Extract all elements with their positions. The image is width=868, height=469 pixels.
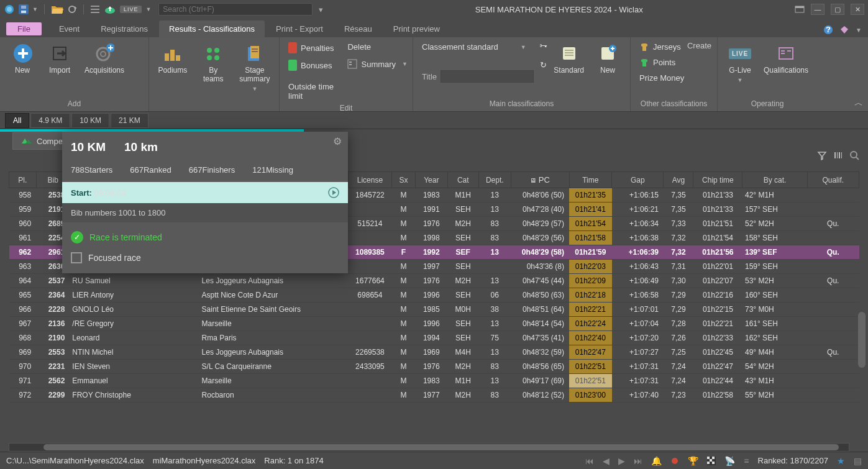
- play-icon[interactable]: [328, 187, 339, 198]
- table-row[interactable]: 9682190LeonardRma ParisM1994SEH750h47'35…: [9, 331, 859, 345]
- table-row[interactable]: 9702231IEN StevenS/L Ca Carqueiranne2433…: [9, 360, 859, 374]
- star-icon[interactable]: ★: [837, 456, 845, 466]
- red-dot-icon[interactable]: [670, 457, 679, 465]
- trophy-icon[interactable]: 🏆: [688, 456, 698, 466]
- live-badge[interactable]: LIVE: [120, 6, 142, 13]
- tab-reseau[interactable]: Réseau: [334, 20, 382, 37]
- standard-button[interactable]: Standard: [550, 41, 588, 77]
- filter-icon[interactable]: [817, 150, 827, 160]
- prev-all-icon[interactable]: ⏮: [585, 456, 594, 466]
- col-year[interactable]: Year: [415, 172, 447, 188]
- cloud-upload-icon[interactable]: [104, 4, 116, 14]
- col-bycat[interactable]: By cat.: [742, 172, 807, 188]
- svg-rect-43: [834, 152, 836, 158]
- svg-rect-35: [565, 52, 573, 53]
- col-time[interactable]: Time: [569, 172, 612, 188]
- search-input[interactable]: [158, 3, 313, 16]
- next-all-icon[interactable]: ⏭: [634, 456, 642, 466]
- antenna-icon[interactable]: 📡: [724, 456, 735, 466]
- qualifications-button[interactable]: Qualifications: [761, 41, 811, 77]
- new-classification-button[interactable]: New: [592, 41, 624, 77]
- focused-race-checkbox[interactable]: [71, 252, 82, 263]
- col-pl[interactable]: Pl.: [9, 172, 37, 188]
- bell-icon[interactable]: 🔔: [651, 456, 662, 466]
- outside-time-button[interactable]: Outside time limit: [286, 81, 336, 102]
- search-icon[interactable]: [849, 150, 859, 160]
- tab-registrations[interactable]: Registrations: [91, 20, 158, 37]
- glive-button[interactable]: LIVE G-Live ▼: [724, 41, 756, 86]
- gear-icon[interactable]: ⚙: [333, 135, 342, 147]
- maximize-button[interactable]: ▢: [831, 4, 844, 15]
- new-button[interactable]: New: [6, 41, 39, 77]
- minimize-button[interactable]: —: [811, 4, 825, 15]
- distance-10[interactable]: 10 KM: [71, 113, 109, 128]
- refresh-icon[interactable]: [67, 4, 77, 14]
- penalties-button[interactable]: Penalties: [286, 41, 336, 55]
- table-row[interactable]: 9722299FROY ChristopheRocbaronM1977M2H83…: [9, 388, 859, 403]
- help-icon[interactable]: ?: [823, 25, 833, 35]
- folder-open-icon[interactable]: [51, 4, 63, 14]
- chevron-down-icon[interactable]: ▼: [856, 27, 862, 34]
- lock-icon[interactable]: 🗝: [539, 41, 547, 50]
- summary-button[interactable]: Summary▼: [345, 58, 410, 70]
- start-time-row[interactable]: Start: 09:00:03: [62, 182, 348, 203]
- table-row[interactable]: 9672136/RE GregoryMarseilleM1996SEH130h4…: [9, 317, 859, 331]
- status-more-icon[interactable]: ▤: [854, 456, 862, 466]
- bonuses-button[interactable]: Bonuses: [286, 58, 336, 72]
- title-input[interactable]: [441, 70, 534, 83]
- table-row[interactable]: 9642537RU SamuelLes Joggeurs Aubagnais16…: [9, 274, 859, 288]
- col-avg[interactable]: Avg: [664, 172, 693, 188]
- close-button[interactable]: ✕: [851, 4, 864, 15]
- col-dept[interactable]: Dept.: [478, 172, 511, 188]
- tab-event[interactable]: Event: [49, 20, 89, 37]
- svg-rect-44: [837, 152, 838, 158]
- prev-icon[interactable]: ◀: [603, 456, 610, 466]
- tab-print-export[interactable]: Print - Export: [266, 20, 333, 37]
- starters-count: 788: [71, 165, 85, 175]
- podiums-button[interactable]: Podiums: [155, 41, 190, 77]
- next-icon[interactable]: ▶: [618, 456, 625, 466]
- col-sx[interactable]: Sx: [392, 172, 415, 188]
- refresh-icon[interactable]: ↻: [540, 60, 547, 70]
- ribbon-toggle-icon[interactable]: [795, 6, 805, 13]
- table-row[interactable]: 9692553NTIN MichelLes Joggeurs Aubagnais…: [9, 345, 859, 360]
- tab-print-preview[interactable]: Print preview: [383, 20, 450, 37]
- create-button[interactable]: Create: [687, 41, 711, 53]
- col-pc[interactable]: 🖥 PC: [511, 172, 569, 188]
- distance-4-9[interactable]: 4.9 KM: [30, 113, 70, 128]
- import-button[interactable]: Import: [43, 41, 76, 77]
- by-teams-button[interactable]: By teams: [195, 41, 232, 86]
- classement-dropdown[interactable]: Classement standard▼: [419, 41, 536, 53]
- save-icon[interactable]: [19, 4, 29, 14]
- table-row[interactable]: 9712562EmmanuelMarseilleM1983M1H130h49'1…: [9, 374, 859, 388]
- file-menu[interactable]: File: [6, 22, 42, 35]
- col-gap[interactable]: Gap: [612, 172, 664, 188]
- finish-flag-icon[interactable]: [707, 457, 716, 465]
- ranked-count: 667: [130, 165, 144, 175]
- col-qualif[interactable]: Qualif.: [807, 172, 859, 188]
- col-chip[interactable]: Chip time: [693, 172, 742, 188]
- delete-button[interactable]: Delete: [345, 41, 410, 53]
- chevron-down-icon[interactable]: ▾: [319, 5, 323, 14]
- acquisitions-button[interactable]: Acquisitions: [81, 41, 128, 77]
- collapse-ribbon-icon[interactable]: ︿: [854, 98, 863, 109]
- table-row[interactable]: 9662228GNOLO LéoSaint Etienne De Saint G…: [9, 303, 859, 317]
- stage-summary-button[interactable]: Stage summary ▼: [237, 41, 273, 94]
- tab-results[interactable]: Results - Classifications: [159, 20, 265, 37]
- distance-all[interactable]: All: [5, 113, 29, 128]
- table-row[interactable]: 9652364LIER AntonyAsptt Nice Cote D Azur…: [9, 288, 859, 303]
- jerseys-button[interactable]: Jerseys: [637, 41, 683, 53]
- vertical-scrollbar[interactable]: [858, 312, 866, 368]
- prize-money-button[interactable]: Prize Money: [637, 72, 687, 84]
- points-button[interactable]: Points: [637, 57, 678, 68]
- col-cat[interactable]: Cat: [447, 172, 478, 188]
- dropdown-icon[interactable]: ▼: [32, 6, 38, 12]
- col-license[interactable]: License: [348, 172, 392, 188]
- barcode-icon[interactable]: [833, 150, 843, 160]
- horizontal-scrollbar[interactable]: [9, 443, 849, 452]
- dropdown-icon[interactable]: ▼: [145, 6, 151, 12]
- diamond-icon[interactable]: [839, 25, 849, 35]
- align-icon[interactable]: ≡: [744, 456, 749, 466]
- distance-21[interactable]: 21 KM: [111, 113, 148, 128]
- list-icon[interactable]: [90, 4, 100, 14]
